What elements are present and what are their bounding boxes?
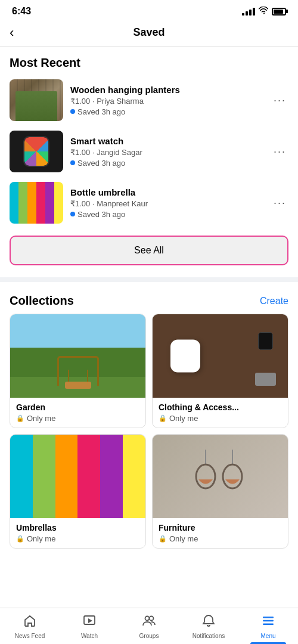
item-price: ₹1.00 · Jangid Sagar [70, 148, 264, 157]
watch-nav-icon [83, 614, 96, 631]
status-icons [242, 7, 286, 17]
wifi-icon [259, 7, 268, 17]
item-info: Smart watch ₹1.00 · Jangid Sagar Saved 3… [70, 136, 264, 168]
collection-card[interactable]: Clothing & Access... 🔒 Only me [152, 314, 288, 428]
item-title: Smart watch [70, 136, 264, 146]
bottom-navigation: News Feed Watch Groups Not [0, 608, 298, 644]
list-item[interactable]: Wooden hanging planters ₹1.00 · Priya Sh… [0, 75, 298, 126]
see-all-container: See All [0, 228, 298, 273]
collection-grid: Garden 🔒 Only me Clothing & Access... [0, 314, 298, 558]
collection-card[interactable]: Furniture 🔒 Only me [152, 434, 288, 549]
item-thumbnail [10, 131, 63, 172]
collection-thumbnail [153, 314, 288, 398]
item-title: Bottle umbrella [70, 187, 264, 197]
collections-section: Collections Create Garden 🔒 [0, 287, 298, 558]
nav-groups[interactable]: Groups [119, 608, 179, 644]
watch-graphic [258, 332, 273, 350]
blue-dot-icon [70, 109, 75, 114]
collections-header: Collections Create [0, 287, 298, 314]
collection-info: Clothing & Access... 🔒 Only me [153, 398, 288, 428]
svg-point-3 [223, 465, 242, 488]
section-divider [0, 277, 298, 282]
collection-privacy: 🔒 Only me [159, 534, 282, 543]
watch-face-icon [23, 136, 49, 167]
item-price: ₹1.00 · Priya Sharma [70, 97, 264, 106]
airpods-graphic [170, 340, 200, 373]
lock-icon: 🔒 [16, 535, 24, 543]
nav-label-news-feed: News Feed [15, 633, 45, 639]
page-content: Most Recent Wooden hanging planters ₹1.0… [0, 47, 298, 606]
umbrella-graphic [10, 182, 63, 224]
nav-label-notifications: Notifications [193, 633, 225, 639]
nav-label-groups: Groups [139, 633, 159, 639]
collection-name: Umbrellas [16, 523, 139, 532]
svg-point-1 [196, 465, 215, 488]
collection-name: Garden [16, 402, 139, 412]
svg-marker-5 [88, 618, 92, 623]
item-price: ₹1.00 · Manpreet Kaur [70, 199, 264, 208]
item-saved-time: Saved 3h ago [70, 107, 264, 116]
collection-name: Clothing & Access... [159, 402, 282, 412]
collection-info: Furniture 🔒 Only me [153, 518, 288, 548]
svg-rect-9 [263, 620, 274, 622]
battery-icon [272, 8, 286, 16]
collection-info: Garden 🔒 Only me [10, 398, 145, 428]
nav-menu[interactable]: Menu [238, 608, 298, 644]
list-item[interactable]: Bottle umbrella ₹1.00 · Manpreet Kaur Sa… [0, 177, 298, 228]
bell-icon [202, 614, 215, 631]
status-bar: 6:43 [0, 0, 298, 20]
collection-privacy: 🔒 Only me [16, 414, 139, 423]
item-saved-time: Saved 3h ago [70, 210, 264, 219]
svg-rect-10 [263, 624, 274, 626]
collection-card[interactable]: Garden 🔒 Only me [10, 314, 146, 428]
svg-rect-8 [263, 617, 274, 618]
item-saved-time: Saved 3h ago [70, 159, 264, 168]
lock-icon: 🔒 [159, 535, 167, 543]
nav-watch[interactable]: Watch [60, 608, 119, 644]
swing-graphic [57, 356, 99, 392]
list-item[interactable]: Smart watch ₹1.00 · Jangid Sagar Saved 3… [0, 126, 298, 177]
menu-icon [262, 614, 275, 631]
blue-dot-icon [70, 160, 75, 165]
back-button[interactable]: ‹ [10, 25, 14, 41]
signal-icon [242, 8, 255, 16]
groups-icon [142, 614, 156, 631]
nav-news-feed[interactable]: News Feed [0, 608, 60, 644]
create-collection-button[interactable]: Create [260, 296, 288, 306]
item-info: Wooden hanging planters ₹1.00 · Priya Sh… [70, 85, 264, 116]
nav-notifications[interactable]: Notifications [179, 608, 238, 644]
more-options-button[interactable]: ··· [271, 143, 288, 160]
collection-name: Furniture [159, 523, 282, 532]
status-time: 6:43 [12, 6, 31, 17]
more-options-button[interactable]: ··· [271, 194, 288, 212]
collection-privacy: 🔒 Only me [16, 534, 139, 543]
header: ‹ Saved [0, 20, 298, 47]
svg-point-6 [145, 617, 150, 621]
page-title: Saved [133, 26, 164, 39]
collections-title: Collections [10, 294, 74, 308]
item-thumbnail [10, 182, 63, 224]
collection-thumbnail [153, 435, 288, 518]
svg-point-7 [150, 617, 154, 621]
collection-thumbnail [10, 314, 145, 398]
collection-privacy: 🔒 Only me [159, 414, 282, 423]
umbrella-graphic [10, 435, 145, 518]
collection-info: Umbrellas 🔒 Only me [10, 518, 145, 548]
blue-dot-icon [70, 212, 75, 216]
most-recent-title: Most Recent [0, 47, 298, 75]
item-thumbnail [10, 79, 63, 121]
collection-thumbnail [10, 435, 145, 518]
card-graphic [255, 373, 276, 386]
home-icon [23, 614, 36, 631]
see-all-button[interactable]: See All [10, 236, 288, 265]
item-title: Wooden hanging planters [70, 85, 264, 95]
nav-label-menu: Menu [260, 633, 275, 639]
collection-card[interactable]: Umbrellas 🔒 Only me [10, 434, 146, 549]
item-info: Bottle umbrella ₹1.00 · Manpreet Kaur Sa… [70, 187, 264, 219]
lock-icon: 🔒 [159, 414, 167, 422]
lock-icon: 🔒 [16, 414, 24, 422]
chairs-graphic [194, 447, 247, 506]
more-options-button[interactable]: ··· [271, 92, 288, 109]
nav-label-watch: Watch [81, 633, 98, 639]
most-recent-section: Most Recent Wooden hanging planters ₹1.0… [0, 47, 298, 273]
